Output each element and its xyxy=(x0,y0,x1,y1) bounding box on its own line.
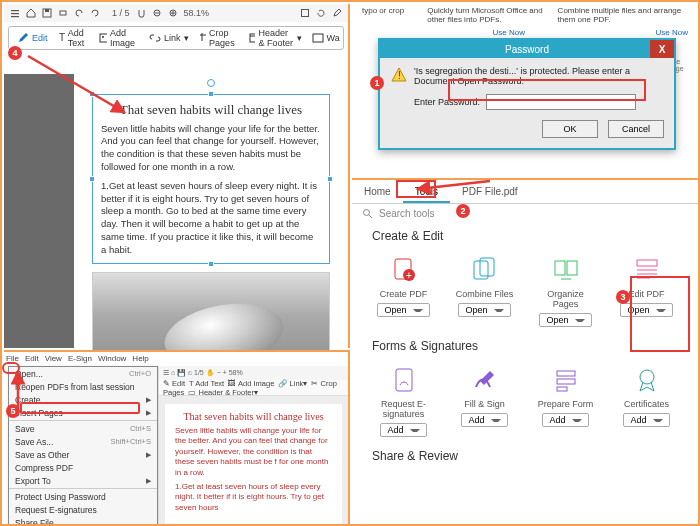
svg-rect-37 xyxy=(557,387,567,391)
search-tools[interactable]: Search tools xyxy=(352,204,698,223)
menu-share-file[interactable]: Share File xyxy=(9,516,157,526)
resize-handle[interactable] xyxy=(89,176,95,182)
watermark-button[interactable]: Wa xyxy=(308,30,344,46)
home-icon[interactable] xyxy=(26,8,36,18)
bg-feature-row: typo or crop Quickly turn Microsoft Offi… xyxy=(352,4,698,26)
undo-icon[interactable] xyxy=(74,8,84,18)
menu-esign[interactable]: E-Sign xyxy=(68,354,92,363)
step-marker-4: 4 xyxy=(8,46,22,60)
svg-rect-29 xyxy=(567,261,577,275)
add-text-button[interactable]: TAdd Text xyxy=(54,26,94,50)
document-page[interactable]: That seven habits will change lives Seve… xyxy=(74,74,348,348)
menu-edit[interactable]: Edit xyxy=(25,354,39,363)
fit-icon[interactable] xyxy=(300,8,310,18)
menu-icon[interactable] xyxy=(10,8,20,18)
tool-add-button[interactable]: Add xyxy=(380,423,426,437)
resize-handle[interactable] xyxy=(208,261,214,267)
rotate-icon[interactable] xyxy=(316,8,326,18)
tool-organize-pages[interactable]: Organize Pages Open xyxy=(534,255,597,327)
bg-heading: That seven habits will change lives xyxy=(175,410,332,423)
add-image-button[interactable]: Add Image xyxy=(95,26,143,50)
tool-open-button[interactable]: Open xyxy=(458,303,510,317)
cancel-button[interactable]: Cancel xyxy=(608,120,664,138)
bg-page: That seven habits will change lives Seve… xyxy=(165,404,342,524)
page-indicator: 1 / 5 xyxy=(112,8,130,18)
tool-open-button[interactable]: Open xyxy=(377,303,429,317)
tool-fill-sign[interactable]: Fill & Sign Add xyxy=(453,365,516,437)
svg-rect-1 xyxy=(11,13,19,14)
menu-save-as[interactable]: Save As...Shift+Ctrl+S xyxy=(9,435,157,448)
use-now-link-2[interactable]: Use Now xyxy=(656,28,688,37)
dialog-close-button[interactable]: X xyxy=(650,40,674,58)
svg-text:+: + xyxy=(406,270,412,281)
svg-rect-4 xyxy=(45,9,49,12)
menu-save[interactable]: SaveCtrl+S xyxy=(9,422,157,435)
svg-rect-30 xyxy=(637,260,657,266)
svg-rect-15 xyxy=(250,34,255,42)
svg-rect-28 xyxy=(555,261,565,275)
resize-handle[interactable] xyxy=(327,176,333,182)
tools-panel: Home Tools PDF File.pdf Search tools 2 C… xyxy=(352,182,698,524)
ok-button[interactable]: OK xyxy=(542,120,598,138)
menu-export[interactable]: Export To▶ xyxy=(9,474,157,487)
tool-add-button[interactable]: Add xyxy=(542,413,588,427)
menu-protect[interactable]: Protect Using Password xyxy=(9,490,157,503)
tool-certificates[interactable]: Certificates Add xyxy=(615,365,678,437)
hand-icon[interactable] xyxy=(136,8,146,18)
svg-rect-36 xyxy=(557,379,575,384)
tool-combine-files[interactable]: Combine Files Open xyxy=(453,255,516,327)
svg-rect-35 xyxy=(557,371,575,376)
header-footer-button[interactable]: Header & Footer▾ xyxy=(245,26,306,50)
rotate-handle[interactable] xyxy=(207,79,215,87)
prepare-form-icon xyxy=(551,365,581,395)
document-gutter xyxy=(4,74,74,348)
tool-open-button[interactable]: Open xyxy=(539,313,591,327)
highlight-box-3 xyxy=(630,276,690,352)
tool-add-button[interactable]: Add xyxy=(461,413,507,427)
menu-compress[interactable]: Compress PDF xyxy=(9,461,157,474)
document-viewport: That seven habits will change lives Seve… xyxy=(4,74,348,348)
tool-add-button[interactable]: Add xyxy=(623,413,669,427)
dialog-message: 'Is segregation the desti...' is protect… xyxy=(414,66,664,86)
bg-text-1: typo or crop xyxy=(362,6,427,24)
highlight-box-5 xyxy=(20,402,140,414)
print-icon[interactable] xyxy=(58,8,68,18)
tool-prepare-form[interactable]: Prepare Form Add xyxy=(534,365,597,437)
zoom-level[interactable]: 58.1% xyxy=(184,8,210,18)
warning-icon: ! xyxy=(390,66,408,84)
toolbar2: ✎ Edit T Add Text 🖼 Add Image 🔗 Link▾ ✂ … xyxy=(159,380,348,396)
pdf-editor-panel: 1 / 5 58.1% Edit TAdd Text Add Image Lin… xyxy=(4,4,350,348)
svg-rect-11 xyxy=(302,10,309,17)
selected-text-box[interactable]: That seven habits will change lives Seve… xyxy=(92,94,330,264)
edit-icon[interactable] xyxy=(332,8,342,18)
menu-window[interactable]: Window xyxy=(98,354,126,363)
redo-icon[interactable] xyxy=(90,8,100,18)
menu-save-other[interactable]: Save as Other▶ xyxy=(9,448,157,461)
password-dialog: Password X ! 'Is segregation the desti..… xyxy=(378,38,676,150)
file-menu-panel: File Edit View E-Sign Window Help Open..… xyxy=(4,350,350,526)
request-esign-icon xyxy=(389,365,419,395)
resize-handle[interactable] xyxy=(89,91,95,97)
zoom-in-icon[interactable] xyxy=(168,8,178,18)
menu-view[interactable]: View xyxy=(45,354,62,363)
link-button[interactable]: Link▾ xyxy=(145,30,193,46)
menu-request-esign[interactable]: Request E-signatures xyxy=(9,503,157,516)
crop-pages-button[interactable]: Crop Pages xyxy=(195,26,244,50)
tool-request-esign[interactable]: Request E-signatures Add xyxy=(372,365,435,437)
use-now-link-1[interactable]: Use Now xyxy=(493,28,525,37)
svg-rect-34 xyxy=(396,369,412,391)
edit-button[interactable]: Edit xyxy=(13,30,52,46)
resize-handle[interactable] xyxy=(208,91,214,97)
svg-line-20 xyxy=(418,181,490,189)
svg-text:!: ! xyxy=(398,70,401,81)
menu-help[interactable]: Help xyxy=(132,354,148,363)
save-icon[interactable] xyxy=(42,8,52,18)
svg-rect-5 xyxy=(60,11,66,15)
search-placeholder: Search tools xyxy=(379,208,435,219)
annotation-arrow-5 xyxy=(8,368,38,408)
svg-rect-13 xyxy=(100,34,107,42)
password-label: Enter Password: xyxy=(414,97,480,107)
zoom-out-icon[interactable] xyxy=(152,8,162,18)
tool-create-pdf[interactable]: + Create PDF Open xyxy=(372,255,435,327)
password-input[interactable] xyxy=(486,94,636,110)
